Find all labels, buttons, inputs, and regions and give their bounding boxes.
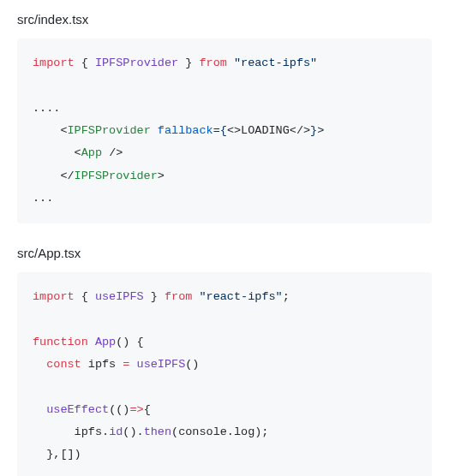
code-block: import { useIPFS } from "react-ipfs"; fu… [17, 272, 432, 476]
code-token: ; [283, 290, 290, 303]
code-token [88, 336, 95, 348]
code-token: (console.log); [171, 425, 268, 438]
code-token: IPFSProvider [95, 57, 178, 69]
code-token: .... [33, 102, 60, 115]
code-token: IPFSProvider [68, 124, 151, 137]
code-token: from [199, 57, 226, 69]
code-token: function [33, 336, 88, 348]
code-token: = [213, 124, 220, 137]
code-line [33, 74, 416, 97]
code-token: } [178, 57, 199, 69]
code-token: </> [290, 124, 310, 137]
code-token: ... [33, 192, 53, 205]
code-token: > [317, 124, 324, 137]
code-token: () [185, 358, 199, 371]
code-block: import { IPFSProvider } from "react-ipfs… [17, 39, 432, 223]
code-token: (). [123, 425, 143, 438]
code-token: App [81, 146, 102, 159]
code-token: <> [227, 124, 241, 137]
code-token: then [144, 425, 171, 438]
code-token: "react-ipfs" [234, 57, 317, 69]
code-line: useEffect(()=>{ [33, 399, 416, 421]
code-line: },[]) [33, 443, 416, 466]
code-line: import { useIPFS } from "react-ipfs"; [33, 286, 416, 308]
code-token: "react-ipfs" [199, 290, 282, 303]
code-token: => [129, 403, 143, 416]
code-token: /> [102, 146, 123, 159]
code-token: },[]) [33, 448, 81, 461]
code-token: id [109, 425, 123, 438]
code-token: () { [116, 336, 143, 348]
code-token: } [144, 290, 165, 303]
code-token: useIPFS [95, 290, 144, 303]
code-token: } [310, 124, 317, 137]
code-token: { [75, 290, 95, 303]
code-token: (() [109, 403, 129, 416]
code-line: import { IPFSProvider } from "react-ipfs… [33, 52, 416, 74]
code-token: useEffect [46, 403, 109, 416]
code-token [151, 124, 158, 137]
code-token: import [33, 57, 75, 69]
code-line [33, 309, 416, 331]
code-token: fallback [158, 124, 213, 137]
code-token: import [33, 290, 75, 303]
code-token: < [33, 124, 68, 137]
code-token: const [46, 358, 81, 371]
file-path-heading: src/index.tsx [17, 12, 432, 27]
code-token: IPFSProvider [75, 170, 158, 182]
code-line: ipfs.id().then(console.log); [33, 421, 416, 443]
code-line: .... [33, 98, 416, 120]
code-token: { [75, 57, 95, 69]
code-token: { [220, 124, 227, 137]
code-token: useIPFS [137, 358, 186, 371]
code-line [33, 376, 416, 398]
code-line: <IPFSProvider fallback={<>LOADING</>}> [33, 120, 416, 142]
code-line: ... [33, 187, 416, 210]
code-line: <App /> [33, 142, 416, 164]
code-token: { [144, 403, 151, 416]
code-line: </IPFSProvider> [33, 165, 416, 187]
file-path-heading: src/App.tsx [17, 246, 432, 260]
code-token [227, 57, 234, 69]
code-token: LOADING [241, 124, 290, 137]
code-line: const ipfs = useIPFS() [33, 354, 416, 376]
code-token: > [158, 170, 165, 182]
code-line: function App() { [33, 331, 416, 354]
code-token [33, 358, 46, 371]
code-token: from [165, 290, 192, 303]
code-token [129, 358, 136, 371]
code-token [33, 403, 46, 416]
document-root: src/index.tsximport { IPFSProvider } fro… [17, 12, 432, 476]
code-token: ipfs [81, 358, 123, 371]
code-token: ipfs. [33, 425, 109, 438]
code-token: </ [33, 170, 75, 182]
code-token: < [33, 146, 81, 159]
code-token: App [95, 336, 116, 348]
